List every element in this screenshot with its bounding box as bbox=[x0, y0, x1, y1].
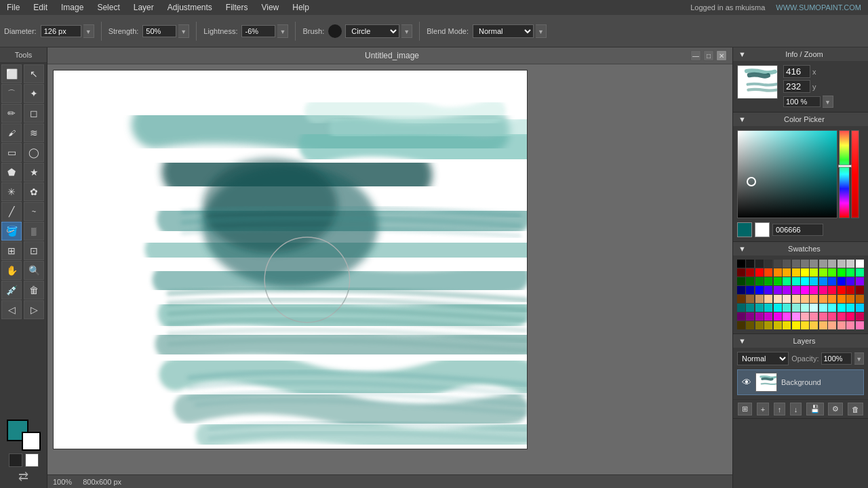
tool-lasso[interactable]: ⌒ bbox=[1, 84, 22, 103]
swatch-item[interactable] bbox=[837, 268, 846, 277]
color-gradient[interactable] bbox=[737, 130, 837, 218]
swatch-item[interactable] bbox=[783, 304, 791, 312]
hue-slider[interactable] bbox=[838, 165, 852, 167]
menu-select[interactable]: Select bbox=[90, 1, 126, 14]
new-layer[interactable]: + bbox=[757, 403, 769, 415]
secondary-color-swatch[interactable] bbox=[755, 222, 770, 237]
swatch-item[interactable] bbox=[810, 277, 818, 285]
y-value[interactable] bbox=[783, 80, 810, 93]
swatch-item[interactable] bbox=[846, 295, 854, 303]
menu-edit[interactable]: Edit bbox=[26, 1, 54, 14]
swatch-item[interactable] bbox=[755, 312, 764, 321]
tool-delete[interactable]: 🗑 bbox=[24, 281, 44, 300]
swatch-item[interactable] bbox=[792, 286, 800, 294]
lightness-input[interactable] bbox=[241, 25, 275, 37]
swatch-item[interactable] bbox=[746, 295, 754, 303]
tool-eraser[interactable]: ◻ bbox=[24, 104, 44, 123]
tool-polygon[interactable]: ⬟ bbox=[1, 163, 22, 182]
current-color-swatch[interactable] bbox=[737, 222, 752, 237]
swatch-item[interactable] bbox=[856, 286, 864, 294]
swap-colors-icon[interactable]: ⇄ bbox=[18, 469, 28, 484]
swatch-item[interactable] bbox=[774, 286, 782, 294]
tool-brush[interactable]: 🖌 bbox=[1, 123, 22, 142]
strength-input[interactable] bbox=[142, 25, 176, 37]
swatch-item[interactable] bbox=[819, 268, 827, 277]
swatch-item[interactable] bbox=[746, 312, 754, 321]
tool-star[interactable]: ★ bbox=[24, 163, 44, 182]
tool-hand[interactable]: ✋ bbox=[1, 261, 22, 280]
swatch-item[interactable] bbox=[746, 321, 754, 329]
swatch-item[interactable] bbox=[774, 268, 782, 277]
save-layer[interactable]: 💾 bbox=[806, 403, 824, 415]
tool-redo[interactable]: ▷ bbox=[24, 300, 44, 319]
blend-dropdown[interactable]: ▼ bbox=[536, 24, 547, 38]
swatch-item[interactable] bbox=[746, 277, 754, 285]
swatch-item[interactable] bbox=[801, 277, 809, 285]
swatches-header[interactable]: ▼ Swatches bbox=[733, 242, 868, 256]
swatch-item[interactable] bbox=[819, 260, 827, 268]
layer-settings[interactable]: ⚙ bbox=[828, 403, 843, 415]
swatch-item[interactable] bbox=[746, 304, 754, 312]
diameter-input[interactable] bbox=[41, 25, 81, 37]
swatch-item[interactable] bbox=[828, 268, 836, 277]
swatch-item[interactable] bbox=[846, 260, 854, 268]
swatch-item[interactable] bbox=[828, 295, 836, 303]
tool-flower[interactable]: ✿ bbox=[24, 182, 44, 201]
tool-rect-shape[interactable]: ▭ bbox=[1, 143, 22, 162]
layer-down[interactable]: ↓ bbox=[790, 403, 802, 415]
swatch-item[interactable] bbox=[755, 268, 764, 277]
window-close[interactable]: ✕ bbox=[716, 50, 727, 61]
tool-undo[interactable]: ◁ bbox=[1, 300, 22, 319]
swatch-item[interactable] bbox=[737, 286, 745, 294]
swatch-item[interactable] bbox=[783, 321, 791, 329]
tool-gradient[interactable]: ▒ bbox=[24, 222, 44, 241]
layer-row-background[interactable]: 👁 Background bbox=[737, 369, 864, 395]
canvas-container[interactable] bbox=[47, 64, 732, 474]
tool-transform[interactable]: ⊞ bbox=[1, 241, 22, 260]
swatch-item[interactable] bbox=[801, 321, 809, 329]
swatch-item[interactable] bbox=[810, 304, 818, 312]
swatch-item[interactable] bbox=[801, 304, 809, 312]
swatch-item[interactable] bbox=[819, 312, 827, 321]
swatch-item[interactable] bbox=[846, 268, 854, 277]
swatch-item[interactable] bbox=[810, 321, 818, 329]
swatch-item[interactable] bbox=[846, 321, 854, 329]
menu-help[interactable]: Help bbox=[285, 1, 316, 14]
swatch-item[interactable] bbox=[783, 286, 791, 294]
swatch-item[interactable] bbox=[828, 304, 836, 312]
color-bar-vertical[interactable] bbox=[839, 130, 850, 218]
window-minimize[interactable]: — bbox=[690, 50, 701, 61]
hex-input[interactable] bbox=[772, 224, 823, 236]
swatch-item[interactable] bbox=[819, 321, 827, 329]
swatch-item[interactable] bbox=[801, 295, 809, 303]
swatch-item[interactable] bbox=[755, 321, 764, 329]
menu-file[interactable]: File bbox=[0, 1, 26, 14]
swatch-item[interactable] bbox=[810, 268, 818, 277]
swatch-item[interactable] bbox=[755, 304, 764, 312]
info-zoom-header[interactable]: ▼ Info / Zoom bbox=[733, 47, 868, 61]
swatch-item[interactable] bbox=[856, 321, 864, 329]
tool-pencil[interactable]: ✏ bbox=[1, 104, 22, 123]
tool-crop[interactable]: ⊡ bbox=[24, 241, 44, 260]
tool-blur[interactable]: ≋ bbox=[24, 123, 44, 142]
swatch-item[interactable] bbox=[828, 260, 836, 268]
swatch-item[interactable] bbox=[819, 286, 827, 294]
swatch-item[interactable] bbox=[783, 268, 791, 277]
menu-image[interactable]: Image bbox=[54, 1, 90, 14]
black-swatch[interactable] bbox=[9, 453, 22, 467]
swatch-item[interactable] bbox=[774, 277, 782, 285]
swatch-item[interactable] bbox=[856, 312, 864, 321]
diameter-dropdown[interactable]: ▼ bbox=[83, 24, 94, 38]
swatch-item[interactable] bbox=[856, 260, 864, 268]
swatch-item[interactable] bbox=[828, 312, 836, 321]
swatch-item[interactable] bbox=[837, 295, 846, 303]
menu-filters[interactable]: Filters bbox=[219, 1, 255, 14]
zoom-dropdown[interactable]: ▼ bbox=[823, 96, 833, 108]
color-canvas[interactable] bbox=[738, 131, 837, 218]
swatch-item[interactable] bbox=[737, 312, 745, 321]
swatch-item[interactable] bbox=[837, 260, 846, 268]
swatch-item[interactable] bbox=[746, 260, 754, 268]
swatch-item[interactable] bbox=[737, 304, 745, 312]
brush-select[interactable]: Circle bbox=[345, 24, 399, 38]
swatch-item[interactable] bbox=[792, 268, 800, 277]
